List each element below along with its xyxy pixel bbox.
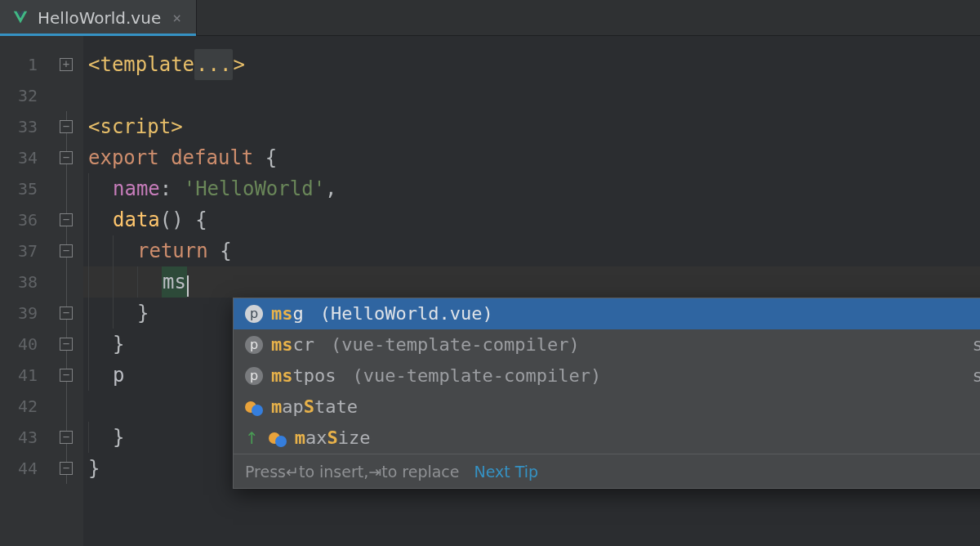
autocomplete-item[interactable]: p mscr (vue-template-compiler) string <box>234 329 980 360</box>
code-line <box>83 80 980 111</box>
property-icon: p <box>245 367 263 385</box>
line-number: 34 <box>0 142 49 173</box>
gutter: 1 32 33 34 35 36 37 38 39 40 41 42 43 44 <box>0 36 49 546</box>
line-number: 41 <box>0 360 49 391</box>
tabbar: HelloWorld.vue × <box>0 0 980 36</box>
fold-collapse-icon[interactable] <box>60 151 73 164</box>
property-icon: p <box>245 336 263 354</box>
vue-icon <box>11 9 29 27</box>
file-tab[interactable]: HelloWorld.vue × <box>0 0 197 35</box>
line-number: 33 <box>0 111 49 142</box>
line-number: 44 <box>0 453 49 484</box>
autocomplete-item[interactable]: p msg (HelloWorld.vue) <box>234 298 980 329</box>
autocomplete-item[interactable]: p mstpos (vue-template-compiler) string <box>234 360 980 392</box>
function-icon <box>269 429 287 447</box>
fold-expand-icon[interactable] <box>60 58 73 71</box>
fold-collapse-icon[interactable] <box>60 120 73 133</box>
autocomplete-popup: p msg (HelloWorld.vue) p mscr (vue-templ… <box>233 298 980 489</box>
fold-collapse-icon[interactable] <box>60 431 73 444</box>
caret <box>187 275 189 297</box>
fold-collapse-icon[interactable] <box>60 462 73 475</box>
line-number: 38 <box>0 266 49 298</box>
enter-key-icon: ↵ <box>286 456 299 487</box>
editor[interactable]: 1 32 33 34 35 36 37 38 39 40 41 42 43 44… <box>0 36 980 546</box>
autocomplete-item[interactable]: mapState <box>234 392 980 423</box>
next-tip-link[interactable]: Next Tip <box>474 456 539 487</box>
code-line: name: 'HelloWorld', <box>83 173 980 204</box>
autocomplete-hint: Press ↵ to insert, ⇥ to replace Next Tip <box>234 454 980 488</box>
code-line: return { <box>83 235 980 266</box>
property-icon: p <box>245 305 263 323</box>
code-line: <script> <box>83 111 980 142</box>
code-line-active: ms <box>83 266 980 298</box>
fold-collapse-icon[interactable] <box>60 213 73 226</box>
fold-collapse-icon[interactable] <box>60 307 73 320</box>
code-line: <template...> <box>83 49 980 80</box>
line-number: 40 <box>0 329 49 360</box>
function-icon <box>245 398 263 416</box>
line-number: 1 <box>0 49 49 80</box>
line-number: 39 <box>0 298 49 329</box>
line-number: 35 <box>0 173 49 204</box>
autocomplete-item[interactable]: ↑ maxSize <box>234 423 980 454</box>
line-number: 42 <box>0 391 49 422</box>
fold-collapse-icon[interactable] <box>60 244 73 257</box>
tab-filename: HelloWorld.vue <box>38 2 161 34</box>
line-number: 36 <box>0 204 49 235</box>
tab-key-icon: ⇥ <box>368 456 381 487</box>
fold-collapse-icon[interactable] <box>60 369 73 382</box>
line-number: 43 <box>0 422 49 453</box>
fold-collapse-icon[interactable] <box>60 338 73 351</box>
fold-column <box>49 36 83 546</box>
close-icon[interactable]: × <box>169 2 185 34</box>
line-number: 32 <box>0 80 49 111</box>
line-number: 37 <box>0 235 49 266</box>
code-line: export default { <box>83 142 980 173</box>
code-area[interactable]: <template...> <script> export default { … <box>83 36 980 546</box>
code-line: data() { <box>83 204 980 235</box>
import-arrow-icon: ↑ <box>245 423 261 454</box>
